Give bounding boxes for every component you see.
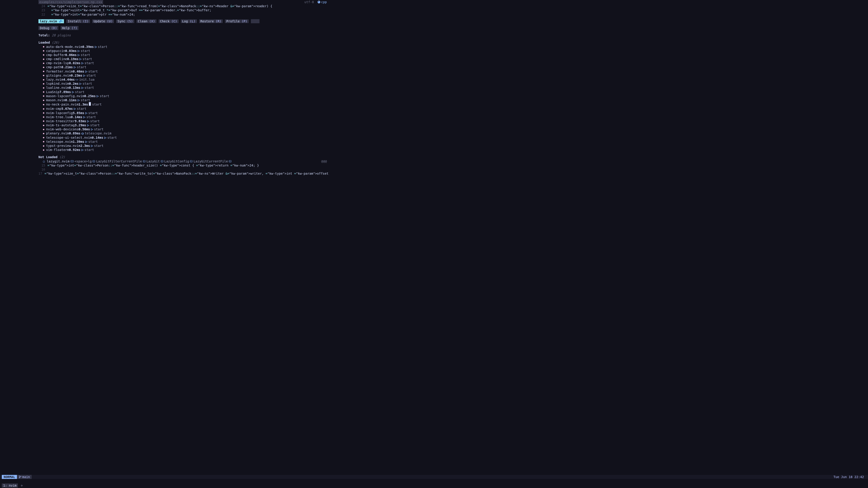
code-line: 15="kw-type">int ="kw-class">Person::="k… bbox=[38, 163, 329, 167]
plugin-row[interactable]: ●cmp-path 0.21ms start bbox=[38, 65, 329, 69]
cmd-icon bbox=[161, 160, 163, 162]
svg-point-2 bbox=[72, 161, 72, 161]
lazy-tab-bar: lazy.nvim 💤 Install (I)Update (U)Sync (S… bbox=[38, 19, 329, 23]
file-path: examples/cxx/simple/person.np.cxx bbox=[38, 0, 103, 4]
play-icon bbox=[72, 90, 74, 94]
plugin-row[interactable]: ●catppuccin 0.03ms start bbox=[38, 49, 329, 53]
play-icon bbox=[78, 53, 80, 57]
plugin-row[interactable]: ●cmp-nvim-lsp 0.02ms start bbox=[38, 61, 329, 65]
play-icon bbox=[81, 148, 84, 152]
bullet-icon: ● bbox=[43, 132, 44, 135]
play-icon bbox=[96, 94, 99, 98]
plugin-row[interactable]: ●nvim-treesitter 9.83ms start bbox=[38, 119, 329, 123]
lazy-tab-end bbox=[251, 19, 259, 23]
plugin-row[interactable]: ●lualine.nvim 0.13ms start bbox=[38, 86, 329, 90]
play-icon bbox=[104, 135, 106, 140]
code-line: 22 ="kw-type">int ="kw-param">ptr = ="kw… bbox=[38, 12, 329, 17]
lazy-tab-restore[interactable]: Restore (R) bbox=[199, 20, 223, 23]
plugin-row[interactable]: ●plenary.nvim 0.89ms telescope.nvim bbox=[38, 131, 329, 135]
cpp-icon bbox=[318, 1, 320, 3]
play-icon bbox=[95, 45, 97, 49]
lazy-tab-log[interactable]: Log (L) bbox=[181, 20, 197, 23]
play-icon bbox=[74, 107, 76, 111]
plugin-row-not-loaded[interactable]: ○lazygit.nvim <space>lg LazyGitFilterCur… bbox=[38, 159, 329, 163]
play-icon bbox=[87, 123, 89, 127]
code-line: 16 bbox=[38, 167, 329, 171]
loaded-header: Loaded (26) bbox=[38, 40, 329, 44]
play-icon bbox=[83, 73, 86, 77]
bullet-icon: ● bbox=[43, 45, 44, 48]
bullet-icon: ● bbox=[43, 62, 44, 65]
language-badge: cpp bbox=[318, 0, 327, 4]
bullet-icon: ● bbox=[43, 111, 44, 114]
plugin-row[interactable]: ●cmp-cmdline 0.19ms start bbox=[38, 57, 329, 61]
plugin-row[interactable]: ●telescope.nvim 1.39ms start bbox=[38, 140, 329, 144]
plugin-row[interactable]: ●nvim-cmp 5.67ms start bbox=[38, 107, 329, 111]
bullet-icon: ● bbox=[43, 82, 44, 85]
bullet-icon: ● bbox=[43, 78, 44, 81]
encoding-label: utf-8 bbox=[305, 0, 314, 4]
plugin-row[interactable]: ●mason.nvim 0.11ms start bbox=[38, 98, 329, 102]
play-icon bbox=[89, 102, 91, 107]
play-icon bbox=[81, 61, 84, 65]
bullet-icon: ● bbox=[43, 66, 44, 69]
lazy-tab-help[interactable]: Help (?) bbox=[61, 26, 79, 30]
plugin-row[interactable]: ●auto-dark-mode.nvim 0.39ms start bbox=[38, 45, 329, 49]
bullet-open-icon: ○ bbox=[43, 159, 45, 163]
lazy-tab-check[interactable]: Check (C) bbox=[159, 20, 179, 23]
plugin-row[interactable]: ●nvim-tree.lua 0.14ms start bbox=[38, 115, 329, 119]
lazy-panel: lazy.nvim 💤 Install (I)Update (U)Sync (S… bbox=[38, 19, 329, 163]
plugin-row[interactable]: ●mason-lspconfig.nvim 0.25ms start bbox=[38, 94, 329, 98]
bullet-icon: ● bbox=[43, 53, 44, 56]
lazy-tab-install[interactable]: Install (I) bbox=[66, 20, 90, 23]
bullet-icon: ● bbox=[43, 94, 44, 97]
plugin-row[interactable]: ●nvim-lspconfig 5.85ms start bbox=[38, 111, 329, 115]
bullet-icon: ● bbox=[43, 58, 44, 61]
bullet-icon: ● bbox=[43, 49, 44, 52]
cmd-icon bbox=[229, 160, 231, 162]
lazy-tab-sync[interactable]: Sync (S) bbox=[116, 20, 134, 23]
plugin-row[interactable]: ●lazy.nvim 4.44ms init.lua bbox=[38, 77, 329, 82]
bullet-icon: ● bbox=[43, 86, 44, 89]
bullet-icon: ● bbox=[43, 107, 44, 110]
plugin-row[interactable]: ●nvim-ts-autotag 3.29ms start bbox=[38, 123, 329, 127]
lazy-tab-clean[interactable]: Clean (X) bbox=[136, 20, 156, 23]
bullet-icon: ● bbox=[43, 74, 44, 77]
plugin-row[interactable]: ●formatter.nvim 0.46ms start bbox=[38, 69, 329, 73]
plugin-row[interactable]: ●telescope-ui-select.nvim 0.14ms start bbox=[38, 135, 329, 140]
play-icon bbox=[74, 65, 76, 69]
code-icon bbox=[75, 77, 78, 82]
plugin-row[interactable]: ●LuaSnip 7.89ms start bbox=[38, 90, 329, 94]
code-line: 17="kw-type">size_t ="kw-class">Person::… bbox=[38, 171, 329, 175]
bullet-icon: ● bbox=[43, 140, 44, 143]
total-line: Total: 28 plugins bbox=[38, 33, 329, 37]
plugin-row[interactable]: ●typst-preview.nvim 2.3ms start bbox=[38, 144, 329, 148]
plugin-row[interactable]: ●gitsigns.nvim 0.23ms start bbox=[38, 73, 329, 77]
lazy-tab-profile[interactable]: Profile (P) bbox=[225, 20, 249, 23]
overflow-indicator: @@@ bbox=[321, 159, 327, 163]
editor-top-bar: examples/cxx/simple/person.np.cxx utf-8 … bbox=[38, 0, 329, 4]
cmd-icon bbox=[92, 160, 95, 162]
play-icon bbox=[91, 127, 93, 131]
not-loaded-list: ○lazygit.nvim <space>lg LazyGitFilterCur… bbox=[38, 159, 329, 163]
play-icon bbox=[81, 86, 84, 90]
plugin-row[interactable]: ●nvim-web-devicons 0.56ms start bbox=[38, 127, 329, 131]
bullet-icon: ● bbox=[43, 120, 44, 123]
plugin-row[interactable]: ●vim-floaterm 0.92ms start bbox=[38, 148, 329, 152]
bullet-icon: ● bbox=[43, 136, 44, 139]
play-icon bbox=[85, 69, 88, 73]
bullet-icon: ● bbox=[43, 144, 44, 147]
lazy-tab-debug[interactable]: Debug (D) bbox=[38, 26, 58, 30]
cmd-icon bbox=[190, 160, 193, 162]
bullet-icon: ● bbox=[43, 99, 44, 102]
plugin-row[interactable]: ●no-neck-pain.nvim 1.3ms start bbox=[38, 102, 329, 107]
bullet-icon: ● bbox=[43, 124, 44, 127]
plugin-row[interactable]: ●cmp-buffer 0.06ms start bbox=[38, 53, 329, 57]
lazy-tab-update[interactable]: Update (U) bbox=[92, 20, 114, 23]
play-icon bbox=[85, 140, 88, 144]
lazy-title-tab[interactable]: lazy.nvim 💤 bbox=[38, 19, 64, 23]
plugin-row[interactable]: ●lspkind.nvim 0.2ms start bbox=[38, 82, 329, 86]
svg-point-1 bbox=[71, 161, 71, 161]
bullet-icon: ● bbox=[43, 116, 44, 119]
bullet-icon: ● bbox=[43, 90, 44, 93]
